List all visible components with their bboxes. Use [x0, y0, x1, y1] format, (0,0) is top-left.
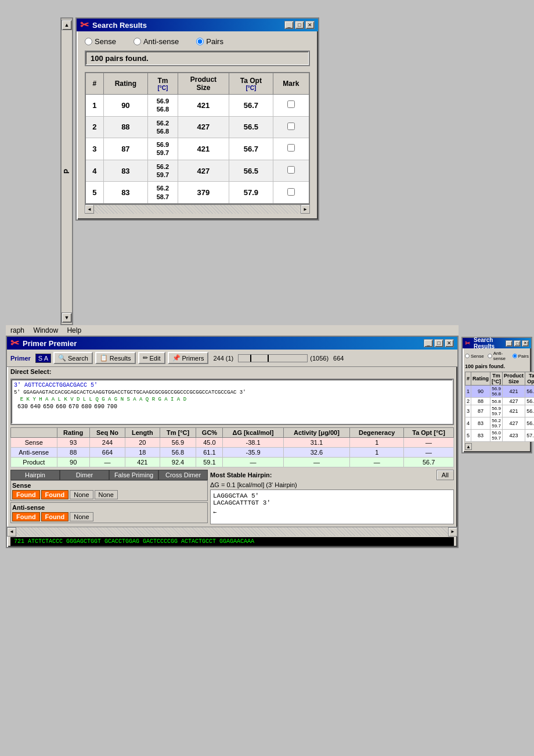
scroll-track-large[interactable]	[94, 205, 301, 214]
pos-value: 244	[213, 355, 223, 362]
table-row: 4 83 56.259.7 427 56.5	[85, 160, 309, 182]
cell-rating: 87	[103, 138, 147, 160]
menu-window[interactable]: Window	[33, 326, 58, 334]
sense-false-priming-none[interactable]: None	[70, 490, 93, 499]
cell-ta: 57.9	[229, 182, 273, 204]
cell-activity: —	[283, 458, 350, 467]
scol-num: #	[466, 372, 471, 386]
antisense-hairpin-found[interactable]: Found	[12, 512, 40, 521]
results-tbody-large: 1 90 56.956.8 421 56.7 2 88 56.256.8 427…	[85, 95, 309, 204]
primer-type-selector[interactable]: S A	[35, 354, 51, 363]
scroll-right-primer[interactable]: ►	[448, 527, 457, 537]
cell-num: 2	[85, 116, 103, 138]
app-icon-large: ✂	[80, 19, 89, 31]
menu-raph[interactable]: raph	[10, 326, 24, 334]
minimize-button-primer[interactable]: _	[424, 339, 433, 347]
horizontal-scrollbar-large[interactable]: ◄ ►	[85, 204, 310, 214]
radio-pairs-large[interactable]: Pairs	[196, 37, 223, 46]
dimer-col-header: Dimer	[60, 470, 109, 480]
close-button-primer[interactable]: ✕	[445, 339, 454, 347]
minimize-button-large[interactable]: _	[284, 21, 294, 29]
sidebar-scroll-up[interactable]: ▲	[62, 20, 72, 30]
radio-antisense-input-small[interactable]	[488, 354, 492, 358]
scol-size: Product Size	[503, 372, 525, 386]
cell-mark[interactable]	[273, 160, 309, 182]
cell-degeneracy: 1	[350, 438, 404, 448]
radio-antisense-small[interactable]: Anti-sense	[488, 351, 509, 361]
sense-hairpin-row: Sense Found Found None None	[10, 480, 208, 501]
cell-ta: —	[404, 438, 454, 448]
maximize-button-large[interactable]: □	[295, 21, 304, 29]
cell-num: 5	[85, 182, 103, 204]
antisense-hairpin-row: Anti-sense Found Found None	[10, 502, 208, 523]
cell-ta: 56.7	[229, 95, 273, 117]
table-row: Product 90 — 421 92.4 59.1 — — — 56.7	[11, 458, 454, 467]
cell-rating: 83	[103, 160, 147, 182]
search-button[interactable]: 🔍 Search	[53, 352, 93, 364]
radio-pairs-input-small[interactable]	[513, 354, 517, 358]
sense-cross-dimer-none[interactable]: None	[95, 490, 118, 499]
primer-table-body: Sense 93 244 20 56.9 45.0 -38.1 31.1 1 —…	[11, 438, 454, 467]
cell-num: 1	[85, 95, 103, 117]
maximize-button-small[interactable]: □	[514, 340, 521, 347]
cell-activity: 31.1	[283, 438, 350, 448]
cell-rating: 88	[57, 448, 89, 458]
primers-button[interactable]: 📌 Primers	[168, 352, 209, 364]
status-box-large: 100 pairs found.	[85, 51, 310, 66]
primer-type-text: S A	[38, 355, 48, 362]
radio-group-large: Sense Anti-sense Pairs	[85, 37, 310, 46]
amino-acid-line: E K Y H A A L K V D L L Q G A G N S A A …	[14, 397, 450, 402]
antisense-dimer-found[interactable]: Found	[41, 512, 69, 521]
scroll-left-primer[interactable]: ◄	[7, 527, 16, 537]
edit-button[interactable]: ✏ Edit	[138, 352, 165, 364]
radio-antisense-input-large[interactable]	[134, 38, 141, 45]
maximize-button-primer[interactable]: □	[434, 339, 443, 347]
menu-help[interactable]: Help	[67, 326, 81, 334]
radio-sense-label-large: Sense	[95, 37, 116, 46]
scroll-left-large[interactable]: ◄	[85, 204, 94, 214]
sense-dimer-found[interactable]: Found	[41, 490, 69, 499]
hairpin-col-header: Hairpin	[10, 470, 60, 480]
cell-mark[interactable]	[273, 182, 309, 204]
col-header-num-large: #	[85, 73, 103, 95]
search-label: Search	[68, 355, 88, 362]
small-window-content: Sense Anti-sense Pairs 100 pairs found. …	[463, 348, 531, 452]
scroll-right-large[interactable]: ►	[301, 204, 310, 214]
direct-select-label: Direct Select:	[7, 367, 457, 376]
small-results-tbody: 1 90 56.956.8 421 56.7 2 88 56.8 427 56.…	[466, 386, 535, 442]
cell-mark[interactable]	[273, 95, 309, 117]
bottom-sequence: 721 ATCTCTACCC GGGAGCTGGT GCACCTGGAG GAC…	[10, 537, 454, 546]
position-slider[interactable]	[238, 354, 308, 362]
cell-activity: 32.6	[283, 448, 350, 458]
scroll-track-primer[interactable]	[16, 527, 448, 536]
cell-ta: —	[404, 448, 454, 458]
horizontal-scrollbar-primer[interactable]: ◄ ►	[7, 527, 457, 536]
cell-size: 379	[178, 182, 229, 204]
radio-pairs-input-large[interactable]	[196, 38, 204, 45]
cell-mark[interactable]	[273, 116, 309, 138]
cell-seqno: —	[89, 458, 125, 467]
col-header-mark-large: Mark	[273, 73, 309, 95]
sidebar-scroll-down[interactable]: ▼	[62, 312, 72, 323]
antisense-false-priming-none[interactable]: None	[70, 512, 93, 521]
radio-pairs-small[interactable]: Pairs	[513, 351, 529, 361]
results-table-container-large: # Rating Tm [°C] Product Size	[85, 72, 310, 204]
radio-sense-input-small[interactable]	[465, 354, 470, 358]
small-scroll-arrow-up[interactable]: ▲	[465, 443, 529, 450]
close-button-large[interactable]: ✕	[305, 21, 315, 29]
sequence-ruler: 630 640 650 660 670 680 690 700	[14, 402, 450, 411]
radio-antisense-large[interactable]: Anti-sense	[134, 37, 179, 46]
close-button-small[interactable]: ✕	[522, 340, 529, 347]
radio-sense-small[interactable]: Sense	[465, 351, 484, 361]
cell-size: 427	[178, 116, 229, 138]
cell-rating: 93	[57, 438, 89, 448]
cell-ta: 56.5	[229, 116, 273, 138]
results-button[interactable]: 📋 Results	[95, 352, 136, 364]
radio-sense-large[interactable]: Sense	[85, 37, 116, 46]
table-row: 5 83 56.258.7 379 57.9	[85, 182, 309, 204]
radio-sense-input-large[interactable]	[85, 38, 92, 45]
all-button[interactable]: All	[436, 470, 454, 480]
sense-hairpin-found[interactable]: Found	[12, 490, 40, 499]
cell-mark[interactable]	[273, 138, 309, 160]
minimize-button-small[interactable]: _	[506, 340, 513, 347]
